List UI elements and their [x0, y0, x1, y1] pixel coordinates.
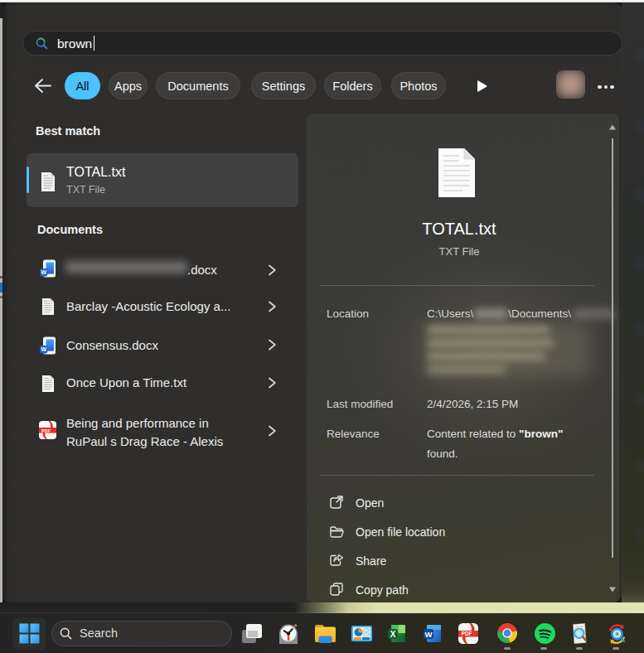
svg-text:PDF: PDF	[462, 631, 472, 636]
svg-text:W: W	[425, 630, 433, 639]
svg-text:X: X	[390, 630, 396, 639]
